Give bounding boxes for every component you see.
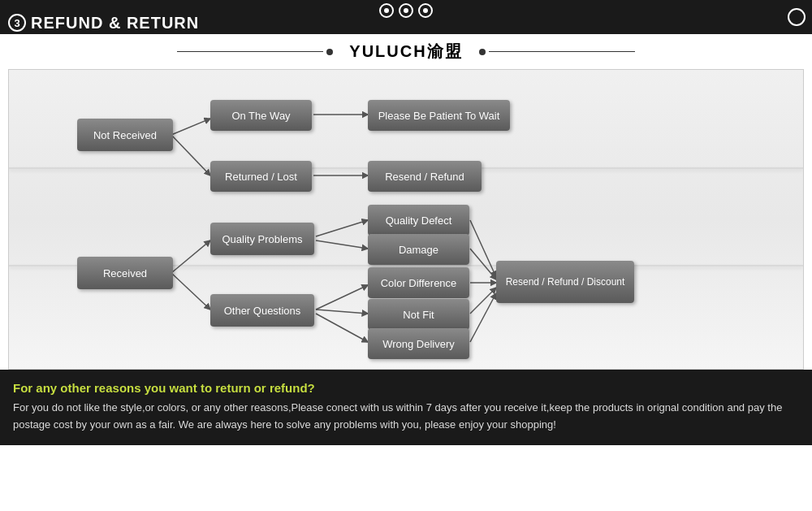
icon-circle-3 (418, 3, 433, 18)
svg-line-11 (470, 220, 496, 277)
bottom-highlight: For any other reasons you want to return… (13, 381, 799, 395)
svg-line-0 (171, 119, 210, 135)
box-please-wait: Please Be Patient To Wait (368, 100, 510, 131)
svg-line-10 (316, 314, 368, 342)
svg-line-14 (470, 288, 496, 314)
svg-line-6 (316, 220, 368, 236)
svg-line-9 (316, 310, 368, 314)
bottom-section: For any other reasons you want to return… (0, 370, 812, 445)
box-color-difference: Color Difference (368, 267, 469, 298)
box-damage: Damage (368, 234, 469, 265)
box-resend-refund: Resend / Refund (368, 161, 482, 192)
box-wrong-delivery: Wrong Delivery (368, 328, 469, 359)
brand-text: YULUCH渝盟 (349, 41, 462, 63)
header-number-text: 3 (14, 17, 19, 29)
brand-dot-right (479, 49, 486, 55)
icon-dot-3 (423, 8, 428, 13)
brand-bar: YULUCH渝盟 (0, 34, 812, 69)
box-other-questions: Other Questions (210, 294, 314, 327)
box-resend-refund-discount: Resend / Refund / Discount (496, 261, 634, 303)
header: 3 REFUND & RETURN (0, 0, 812, 34)
box-not-received: Not Received (77, 119, 173, 151)
header-icons (379, 3, 433, 18)
header-number-circle: 3 (8, 14, 26, 32)
box-quality-problems: Quality Problems (210, 223, 314, 255)
icon-circle-2 (399, 3, 413, 18)
icon-circle-1 (379, 3, 394, 18)
svg-line-5 (171, 273, 210, 310)
box-received: Received (77, 257, 173, 289)
brand-line-left (177, 51, 323, 52)
svg-line-4 (171, 240, 210, 273)
icon-dot-1 (384, 8, 389, 13)
diagram-container: Not Received On The Way Returned / Lost … (8, 69, 804, 370)
brand-line-right (489, 51, 635, 52)
icon-dot-2 (404, 8, 408, 13)
box-returned-lost: Returned / Lost (210, 161, 312, 192)
header-title: REFUND & RETURN (31, 14, 199, 32)
svg-line-15 (470, 293, 496, 342)
svg-line-12 (470, 249, 496, 279)
svg-line-1 (171, 135, 210, 175)
header-right-icon (788, 8, 806, 26)
svg-line-7 (316, 240, 368, 249)
brand-dot-left (326, 49, 333, 55)
bottom-text: For you do not like the style,or colors,… (13, 400, 799, 434)
svg-line-8 (316, 285, 368, 310)
box-not-fit: Not Fit (368, 299, 469, 330)
box-on-the-way: On The Way (210, 100, 312, 131)
box-quality-defect: Quality Defect (368, 205, 469, 236)
